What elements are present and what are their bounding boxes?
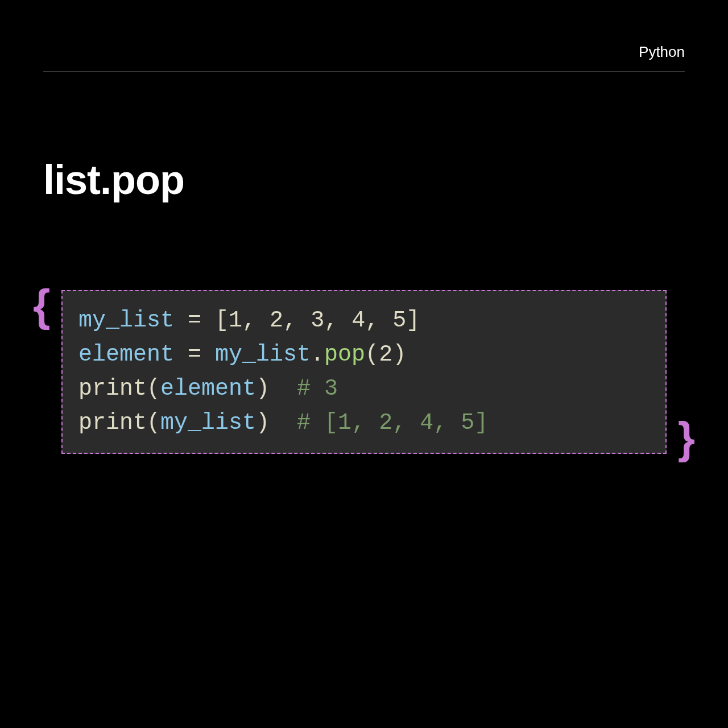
code-token: ] xyxy=(406,308,420,333)
code-token: ( xyxy=(147,410,160,436)
code-token: print xyxy=(78,376,147,402)
code-token: , xyxy=(365,308,392,333)
code-token: 1 xyxy=(229,308,242,333)
page-title: list.pop xyxy=(43,156,184,203)
code-token: pop xyxy=(324,342,365,367)
code-token: = xyxy=(174,308,215,333)
code-token: ) xyxy=(256,410,270,436)
language-label: Python xyxy=(639,43,685,60)
code-token: = xyxy=(174,342,215,367)
code-token: my_list xyxy=(160,410,256,436)
code-box: my_list = [1, 2, 3, 4, 5] element = my_l… xyxy=(61,290,667,454)
code-token: [ xyxy=(215,308,229,333)
code-token: my_list xyxy=(78,308,174,333)
brace-right-icon: } xyxy=(678,412,695,464)
code-content: my_list = [1, 2, 3, 4, 5] element = my_l… xyxy=(78,304,650,440)
code-token: ( xyxy=(147,376,160,402)
code-token: , xyxy=(242,308,270,333)
brace-left-icon: { xyxy=(33,280,50,332)
header: Python xyxy=(43,43,685,72)
code-token: 2 xyxy=(379,342,392,367)
code-token: my_list xyxy=(215,342,311,367)
code-wrapper: { my_list = [1, 2, 3, 4, 5] element = my… xyxy=(36,290,692,454)
code-token: 3 xyxy=(311,308,324,333)
code-token: element xyxy=(78,342,174,367)
code-comment: # 3 xyxy=(297,376,338,402)
code-token: . xyxy=(311,342,324,367)
code-token: ) xyxy=(256,376,270,402)
code-token: print xyxy=(78,410,147,436)
code-token xyxy=(270,410,297,436)
code-token xyxy=(270,376,297,402)
code-comment: # [1, 2, 4, 5] xyxy=(297,410,488,436)
code-token: 2 xyxy=(270,308,283,333)
code-token: , xyxy=(283,308,311,333)
code-token: ( xyxy=(365,342,379,367)
code-token: element xyxy=(160,376,256,402)
code-token: , xyxy=(324,308,351,333)
code-token: ) xyxy=(392,342,406,367)
code-token: 5 xyxy=(392,308,406,333)
code-token: 4 xyxy=(351,308,365,333)
